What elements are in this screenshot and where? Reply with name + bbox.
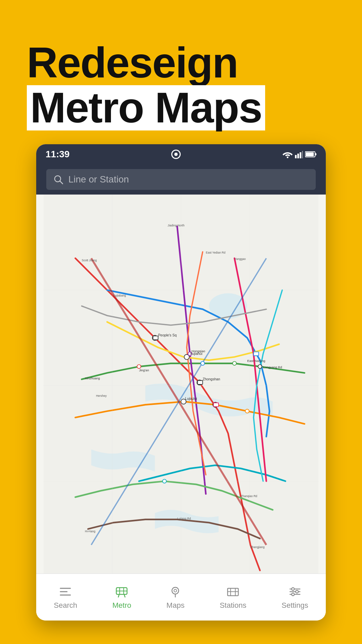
svg-text:Zhongshan: Zhongshan bbox=[203, 377, 220, 381]
nav-item-search[interactable]: Search bbox=[47, 582, 84, 613]
signal-icon bbox=[295, 150, 303, 158]
svg-text:Lujiazui: Lujiazui bbox=[185, 397, 197, 400]
svg-text:Longyang Rd: Longyang Rd bbox=[263, 365, 282, 369]
maps-nav-icon bbox=[167, 585, 183, 598]
map-area[interactable]: People's Sq Xujiahui Zhongshan Lujiazui … bbox=[36, 195, 326, 574]
svg-rect-4 bbox=[302, 151, 303, 158]
search-input-area[interactable]: Line or Station bbox=[46, 169, 316, 190]
stations-nav-icon bbox=[225, 585, 241, 598]
svg-point-21 bbox=[233, 362, 236, 365]
svg-text:East Nanjing: East Nanjing bbox=[247, 359, 265, 363]
nav-item-metro[interactable]: Metro bbox=[106, 582, 138, 613]
svg-text:Hi-Hang: Hi-Hang bbox=[85, 530, 96, 533]
nav-label-search: Search bbox=[54, 601, 77, 610]
status-right-icons bbox=[282, 150, 316, 158]
nav-item-settings[interactable]: Settings bbox=[275, 582, 315, 613]
bottom-nav: Search Metro bbox=[36, 574, 326, 621]
settings-nav-icon bbox=[287, 585, 303, 598]
svg-text:Hongqiao: Hongqiao bbox=[191, 349, 205, 353]
svg-point-19 bbox=[137, 365, 141, 368]
search-nav-icon bbox=[57, 585, 73, 598]
nav-label-metro: Metro bbox=[112, 601, 131, 610]
svg-text:Zhangjiang: Zhangjiang bbox=[250, 545, 264, 549]
search-icon bbox=[53, 174, 64, 185]
notification-icon bbox=[171, 150, 181, 159]
svg-text:Zhanqiao Rd: Zhanqiao Rd bbox=[241, 494, 257, 498]
hero-section: Redeseign Metro Maps bbox=[0, 0, 362, 151]
status-icons bbox=[171, 150, 181, 159]
svg-point-64 bbox=[172, 587, 179, 594]
svg-point-76 bbox=[292, 593, 294, 596]
metro-map-svg: People's Sq Xujiahui Zhongshan Lujiazui … bbox=[36, 195, 326, 574]
svg-rect-29 bbox=[254, 352, 259, 356]
phone-mockup: 11:39 bbox=[36, 144, 326, 621]
svg-point-22 bbox=[258, 365, 262, 368]
svg-text:People's Sq: People's Sq bbox=[158, 333, 177, 337]
nav-item-maps[interactable]: Maps bbox=[160, 582, 191, 613]
svg-text:Lujiang Rd: Lujiang Rd bbox=[177, 517, 191, 520]
svg-point-24 bbox=[245, 409, 249, 413]
battery-icon bbox=[305, 151, 316, 158]
svg-point-74 bbox=[292, 588, 294, 590]
svg-line-63 bbox=[124, 595, 125, 597]
svg-line-62 bbox=[118, 595, 119, 597]
wifi-icon bbox=[282, 150, 293, 158]
svg-text:Hershey: Hershey bbox=[96, 394, 107, 397]
svg-rect-3 bbox=[300, 152, 301, 158]
search-placeholder: Line or Station bbox=[68, 174, 129, 185]
svg-rect-27 bbox=[197, 381, 202, 384]
svg-point-0 bbox=[287, 157, 289, 158]
svg-rect-2 bbox=[297, 154, 299, 158]
svg-text:Jiading North: Jiading North bbox=[168, 224, 185, 227]
hero-title-line2: Metro Maps bbox=[27, 85, 265, 130]
nav-label-settings: Settings bbox=[282, 601, 308, 610]
svg-text:Scott Joeng: Scott Joeng bbox=[82, 259, 97, 262]
nav-label-maps: Maps bbox=[167, 601, 185, 610]
svg-text:East Yedian Rd: East Yedian Rd bbox=[206, 251, 226, 254]
metro-nav-icon bbox=[114, 585, 130, 598]
nav-label-stations: Stations bbox=[220, 601, 246, 610]
svg-point-20 bbox=[201, 362, 204, 365]
svg-rect-28 bbox=[214, 403, 219, 407]
svg-rect-1 bbox=[295, 155, 297, 158]
svg-point-65 bbox=[174, 589, 177, 592]
svg-text:Jing'an: Jing'an bbox=[139, 368, 149, 372]
svg-text:Lujiabang: Lujiabang bbox=[114, 294, 126, 297]
svg-line-9 bbox=[60, 181, 63, 184]
svg-point-75 bbox=[296, 590, 298, 593]
hero-title: Redeseign Metro Maps bbox=[27, 40, 335, 130]
svg-rect-26 bbox=[153, 336, 158, 340]
search-bar-container[interactable]: Line or Station bbox=[36, 164, 326, 195]
svg-rect-7 bbox=[315, 153, 316, 155]
svg-text:Yanggao: Yanggao bbox=[235, 257, 246, 261]
svg-text:Xinzhuang: Xinzhuang bbox=[85, 376, 100, 380]
status-time: 11:39 bbox=[46, 149, 70, 160]
hero-title-line1: Redeseign bbox=[27, 39, 238, 87]
svg-rect-6 bbox=[306, 152, 314, 156]
nav-item-stations[interactable]: Stations bbox=[213, 582, 253, 613]
